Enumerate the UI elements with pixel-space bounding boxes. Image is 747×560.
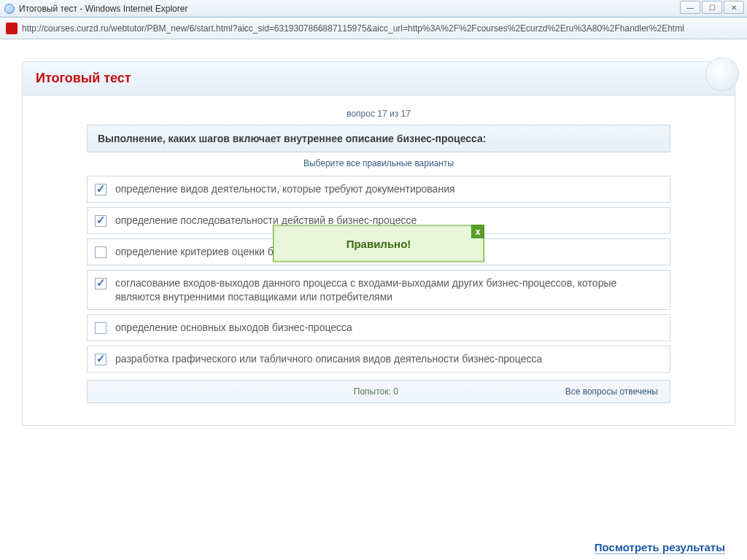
close-window-button[interactable]: ✕ xyxy=(724,1,744,14)
window-title: Итоговый тест - Windows Internet Explore… xyxy=(19,4,743,14)
feedback-popup: x Правильно! xyxy=(273,225,484,262)
maximize-button[interactable]: ☐ xyxy=(702,1,722,14)
question-progress: вопрос 17 из 17 xyxy=(23,109,735,119)
answer-checkbox[interactable] xyxy=(95,184,107,195)
answered-status: Все вопросы отвечены xyxy=(565,386,658,397)
view-results-link[interactable]: Посмотреть результаты xyxy=(595,541,725,554)
answer-option[interactable]: определение видов деятельности, которые … xyxy=(87,176,670,203)
answer-option[interactable]: разработка графического или табличного о… xyxy=(87,346,670,373)
decor-circle-icon xyxy=(705,58,739,91)
quiz-box: Выполнение, каких шагов включает внутрен… xyxy=(87,125,670,403)
answer-checkbox[interactable] xyxy=(95,278,107,289)
answer-option[interactable]: определение основных выходов бизнес-проц… xyxy=(87,314,670,341)
window-controls: — ☐ ✕ xyxy=(680,1,744,14)
answer-text: определение основных выходов бизнес-проц… xyxy=(115,321,352,335)
favicon-icon xyxy=(6,23,18,34)
answer-checkbox[interactable] xyxy=(95,246,107,258)
ie-icon xyxy=(4,4,15,14)
answer-text: определение видов деятельности, которые … xyxy=(115,182,455,196)
answer-checkbox[interactable] xyxy=(95,215,107,227)
quiz-card: Итоговый тест вопрос 17 из 17 Выполнение… xyxy=(22,61,735,426)
answer-text: разработка графического или табличного о… xyxy=(115,352,542,366)
options-list: определение видов деятельности, которые … xyxy=(87,176,670,373)
spacer xyxy=(99,386,187,397)
answer-option[interactable]: согласование входов-выходов данного проц… xyxy=(87,270,670,311)
page-title: Итоговый тест xyxy=(36,71,131,85)
close-popup-button[interactable]: x xyxy=(471,225,484,238)
minimize-button[interactable]: — xyxy=(680,1,700,14)
page-viewport: Итоговый тест вопрос 17 из 17 Выполнение… xyxy=(0,39,747,560)
quiz-footer: Попыток: 0 Все вопросы отвечены xyxy=(87,380,670,403)
question-instruction: Выберите все правильные варианты xyxy=(87,158,670,168)
question-text: Выполнение, каких шагов включает внутрен… xyxy=(87,125,670,152)
feedback-message: Правильно! xyxy=(347,238,411,250)
answer-checkbox[interactable] xyxy=(95,354,107,365)
answer-text: согласование входов-выходов данного проц… xyxy=(115,276,661,304)
attempts-count: Попыток: 0 xyxy=(187,386,565,397)
answer-checkbox[interactable] xyxy=(95,322,107,334)
card-header: Итоговый тест xyxy=(23,62,735,96)
window-titlebar: Итоговый тест - Windows Internet Explore… xyxy=(0,0,747,18)
address-bar: http://courses.curzd.ru/webtutor/PBM_new… xyxy=(0,18,747,39)
url-text[interactable]: http://courses.curzd.ru/webtutor/PBM_new… xyxy=(22,23,741,34)
